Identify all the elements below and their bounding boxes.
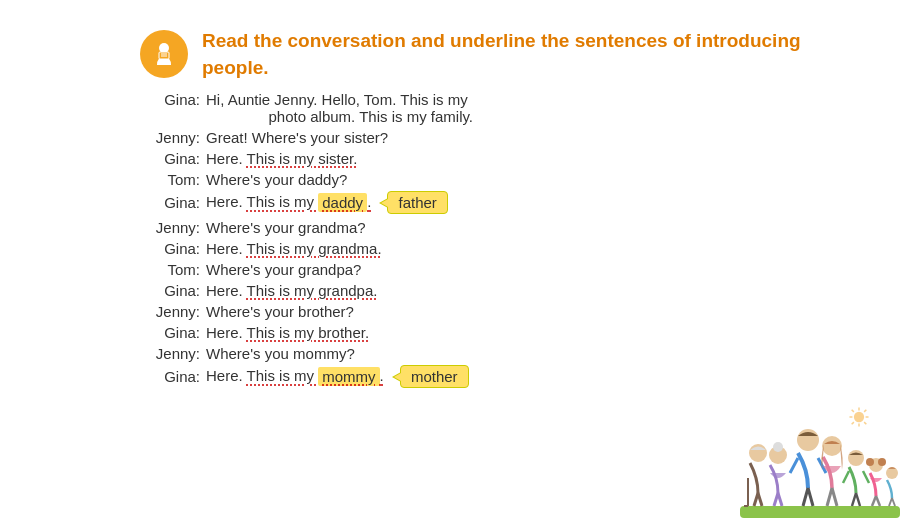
dialog-line-jenny-1: Jenny: Great! Where's your sister?: [140, 129, 890, 146]
speaker-gina: Gina:: [140, 91, 200, 108]
speaker-jenny: Jenny:: [140, 219, 200, 236]
dialog-content: Here. This is my brother.: [206, 324, 369, 341]
dialog-line-jenny-2: Jenny: Where's your grandma?: [140, 219, 890, 236]
reading-icon: [140, 30, 188, 78]
dialog-content: Where's your daddy?: [206, 171, 347, 188]
svg-line-25: [863, 471, 869, 483]
dialog-content: Where's your grandpa?: [206, 261, 361, 278]
underlined-sentence: This is my grandma.: [247, 240, 382, 257]
svg-line-24: [843, 471, 849, 483]
speaker-gina: Gina:: [140, 324, 200, 341]
svg-point-27: [866, 458, 874, 466]
dialog-content: Where's your grandma?: [206, 219, 366, 236]
underlined-sentence: This is my mommy.: [247, 367, 384, 386]
highlight-mommy: mommy: [318, 367, 379, 386]
speaker-gina: Gina:: [140, 240, 200, 257]
dialog-line-gina-3: Gina: Here. This is my daddy. father: [140, 192, 890, 215]
speaker-jenny: Jenny:: [140, 129, 200, 146]
instruction-text: Read the conversation and underline the …: [202, 28, 842, 81]
dialog-line-jenny-3: Jenny: Where's your brother?: [140, 303, 890, 320]
dialog-content: Here. This is my daddy. father: [206, 192, 448, 215]
speaker-tom: Tom:: [140, 171, 200, 188]
svg-rect-13: [740, 506, 900, 518]
speaker-gina: Gina:: [140, 194, 200, 211]
svg-point-28: [878, 458, 886, 466]
highlight-daddy: daddy: [318, 193, 367, 212]
dialog-content: Where's your brother?: [206, 303, 354, 320]
speaker-gina: Gina:: [140, 150, 200, 167]
dialog-content: Here. This is my sister.: [206, 150, 357, 167]
dialog-line-gina-7: Gina: Here. This is my mommy. mother: [140, 366, 890, 389]
dialog-line-gina-2: Gina: Here. This is my sister.: [140, 150, 890, 167]
tooltip-father: father: [387, 191, 447, 214]
dialog-line-tom-1: Tom: Where's your daddy?: [140, 171, 890, 188]
speaker-jenny: Jenny:: [140, 345, 200, 362]
dialog-line-jenny-4: Jenny: Where's you mommy?: [140, 345, 890, 362]
tooltip-mother: mother: [400, 365, 469, 388]
svg-point-23: [848, 450, 864, 466]
dialog-content: Here. This is my grandpa.: [206, 282, 377, 299]
family-illustration: [740, 398, 900, 518]
family-svg: [740, 398, 900, 518]
underlined-sentence: This is my daddy.: [247, 193, 372, 212]
svg-line-20: [790, 458, 798, 473]
speaker-tom: Tom:: [140, 261, 200, 278]
svg-point-18: [773, 442, 783, 452]
header: Read the conversation and underline the …: [0, 0, 920, 91]
dialog-line-gina-1: Gina: Hi, Auntie Jenny. Hello, Tom. This…: [140, 91, 890, 125]
dialog-content: Here. This is my grandma.: [206, 240, 382, 257]
dialog-line-gina-5: Gina: Here. This is my grandpa.: [140, 282, 890, 299]
speaker-gina: Gina:: [140, 282, 200, 299]
underlined-sentence: This is my brother.: [247, 324, 370, 341]
dialog-content: Here. This is my mommy. mother: [206, 366, 469, 389]
dialog-content: Where's you mommy?: [206, 345, 355, 362]
underlined-sentence: This is my grandpa.: [247, 282, 378, 299]
underlined-sentence: This is my sister.: [247, 150, 358, 167]
speaker-jenny: Jenny:: [140, 303, 200, 320]
dialog-content: Hi, Auntie Jenny. Hello, Tom. This is my…: [206, 91, 473, 125]
dialog-line-tom-2: Tom: Where's your grandpa?: [140, 261, 890, 278]
dialog-line-gina-4: Gina: Here. This is my grandma.: [140, 240, 890, 257]
conversation: Gina: Hi, Auntie Jenny. Hello, Tom. This…: [0, 91, 920, 389]
dialog-content: Great! Where's your sister?: [206, 129, 388, 146]
speaker-gina: Gina:: [140, 368, 200, 385]
dialog-line-gina-6: Gina: Here. This is my brother.: [140, 324, 890, 341]
svg-point-22: [822, 436, 842, 456]
